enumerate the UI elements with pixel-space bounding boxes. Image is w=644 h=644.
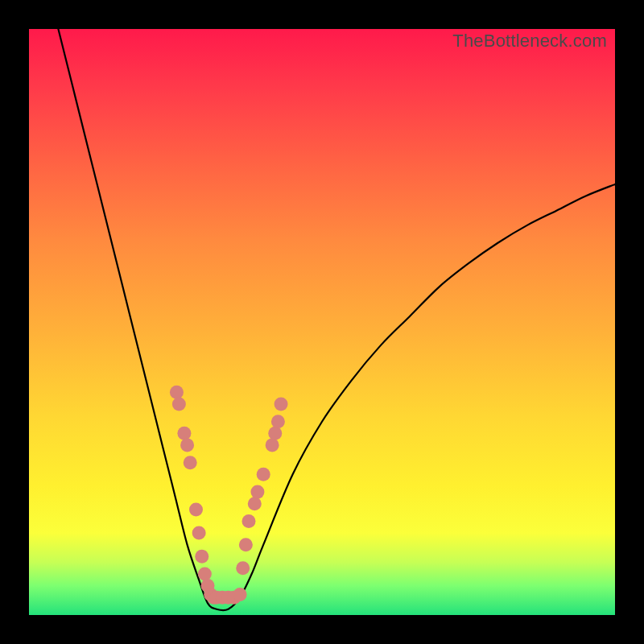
curve-marker <box>275 397 288 411</box>
curve-marker <box>195 550 208 564</box>
chart-svg <box>29 29 615 615</box>
curve-marker <box>248 497 262 510</box>
curve-marker <box>198 568 212 581</box>
curve-marker <box>180 438 194 452</box>
curve-marker <box>192 526 206 540</box>
curve-marker <box>170 386 184 399</box>
curve-marker <box>172 397 186 411</box>
curve-marker <box>266 438 279 452</box>
chart-frame: TheBottleneck.com <box>0 0 644 644</box>
curve-marker <box>184 456 197 469</box>
curve-marker <box>177 427 191 440</box>
curve-marker <box>236 561 250 575</box>
curve-marker <box>233 588 247 601</box>
curve-marker <box>239 538 253 551</box>
curve-marker <box>257 468 270 481</box>
curve-marker <box>268 427 282 440</box>
bottleneck-curve <box>58 29 615 610</box>
curve-marker <box>250 485 264 499</box>
curve-marker <box>242 514 256 528</box>
plot-area: TheBottleneck.com <box>29 29 615 615</box>
curve-marker <box>189 502 203 516</box>
curve-marker <box>271 415 285 428</box>
curve-markers <box>170 386 288 605</box>
